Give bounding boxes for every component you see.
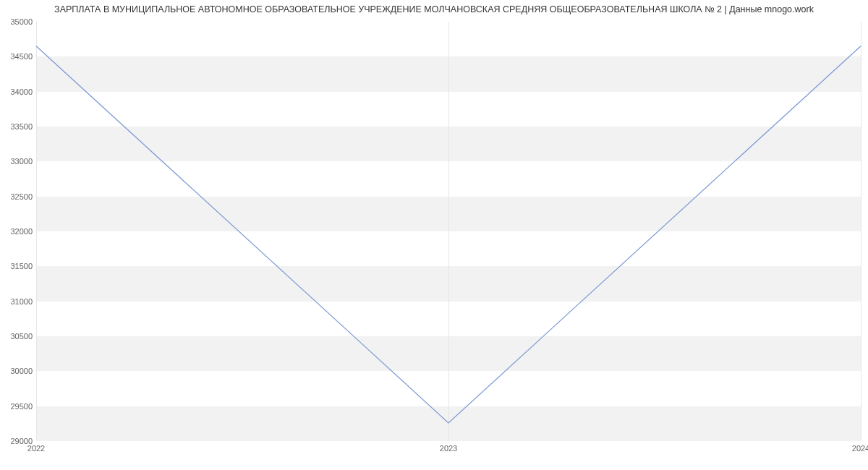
y-axis-tick-label: 31000 — [4, 297, 33, 306]
x-axis-tick-label: 2024 — [852, 444, 868, 453]
series-line — [36, 46, 861, 423]
y-axis-tick-label: 30000 — [4, 367, 33, 375]
y-axis-tick-label: 34000 — [4, 87, 33, 96]
y-axis-tick-label: 29500 — [4, 402, 33, 411]
y-axis-tick-label: 34500 — [4, 52, 33, 61]
y-axis-tick-label: 32500 — [4, 192, 33, 201]
grid-line-vertical — [861, 22, 861, 440]
series-svg — [36, 22, 861, 440]
y-axis-tick-label: 33500 — [4, 122, 33, 131]
y-axis-tick-label: 32000 — [4, 227, 33, 236]
y-axis-tick-label: 33000 — [4, 157, 33, 166]
x-axis-tick-label: 2022 — [27, 444, 45, 453]
chart-title: ЗАРПЛАТА В МУНИЦИПАЛЬНОЕ АВТОНОМНОЕ ОБРА… — [0, 4, 868, 14]
plot-area — [36, 22, 861, 441]
x-axis-tick-label: 2023 — [440, 444, 457, 453]
y-axis-tick-label: 35000 — [4, 17, 33, 26]
chart-container: ЗАРПЛАТА В МУНИЦИПАЛЬНОЕ АВТОНОМНОЕ ОБРА… — [0, 0, 868, 470]
y-axis-tick-label: 31500 — [4, 262, 33, 270]
y-axis-tick-label: 30500 — [4, 332, 33, 341]
